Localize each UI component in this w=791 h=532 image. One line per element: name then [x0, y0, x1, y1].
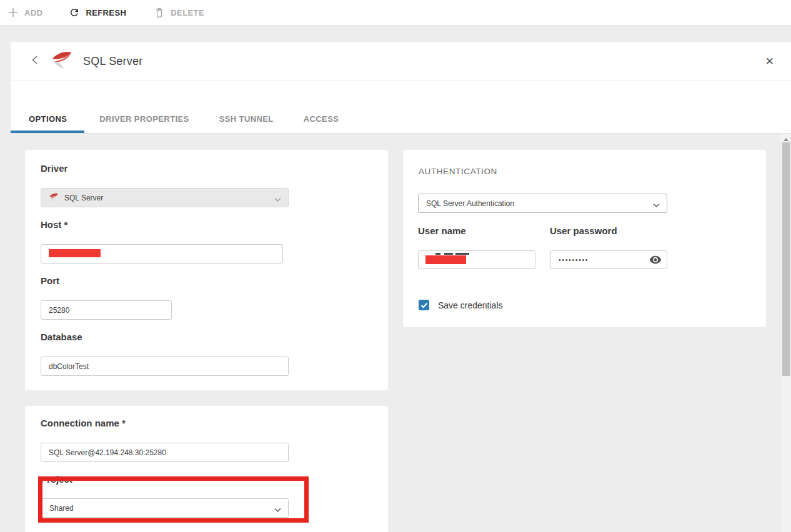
host-redaction-overlay [49, 249, 101, 257]
host-label: Host * [41, 219, 67, 230]
tab-access[interactable]: ACCESS [289, 104, 354, 133]
chevron-down-icon [274, 195, 281, 204]
connection-dialog-page: ADD REFRESH DELETE [0, 0, 791, 532]
save-credentials-label: Save credentials [438, 300, 503, 310]
sql-server-logo-icon [51, 49, 73, 73]
auth-method-value: SQL Server Authentication [426, 199, 514, 208]
authentication-card: AUTHENTICATION SQL Server Authentication… [403, 150, 766, 327]
scrollbar-thumb[interactable] [782, 142, 790, 376]
plus-icon [7, 7, 19, 18]
tab-bar: OPTIONS DRIVER PROPERTIES SSH TUNNEL ACC… [11, 81, 791, 134]
tab-options[interactable]: OPTIONS [11, 104, 84, 133]
project-label: Project [41, 474, 72, 485]
port-input[interactable] [41, 300, 172, 320]
connection-name-label: Connection name * [41, 418, 126, 428]
tab-ssh-tunnel-label: SSH TUNNEL [219, 114, 274, 124]
chevron-down-icon [653, 201, 660, 210]
tab-options-label: OPTIONS [29, 114, 67, 124]
tab-ssh-tunnel[interactable]: SSH TUNNEL [204, 104, 289, 133]
connection-name-input[interactable] [41, 443, 289, 462]
tab-access-label: ACCESS [304, 114, 339, 124]
connection-dialog: SQL Server ✕ OPTIONS DRIVER PROPERTIES S… [11, 42, 791, 532]
dialog-title: SQL Server [83, 55, 142, 68]
password-field-wrap [550, 250, 667, 269]
save-credentials-checkbox[interactable] [419, 300, 429, 310]
refresh-button[interactable]: REFRESH [69, 7, 126, 18]
add-button[interactable]: ADD [7, 7, 42, 18]
tab-driver-properties-label: DRIVER PROPERTIES [99, 114, 189, 124]
general-settings-card: Connection name * Project Shared [25, 406, 388, 532]
refresh-label: REFRESH [86, 9, 126, 17]
checkmark-icon [420, 300, 428, 311]
scrollbar-up-arrow-icon[interactable] [784, 138, 789, 141]
close-icon[interactable]: ✕ [765, 56, 774, 67]
username-label: User name [418, 225, 466, 236]
username-redaction-overlay [425, 255, 466, 264]
chevron-down-icon [274, 506, 281, 515]
delete-label: DELETE [171, 9, 204, 17]
database-input[interactable] [41, 357, 289, 376]
dialog-content: Driver SQL Server Host * [11, 134, 791, 532]
add-label: ADD [24, 9, 42, 17]
authentication-section-title: AUTHENTICATION [419, 167, 497, 176]
back-button[interactable] [28, 54, 42, 68]
vertical-scrollbar[interactable] [781, 134, 791, 532]
tab-driver-properties[interactable]: DRIVER PROPERTIES [84, 104, 204, 133]
refresh-icon [69, 7, 80, 18]
save-credentials-row[interactable]: Save credentials [419, 300, 503, 310]
port-label: Port [41, 275, 59, 286]
project-select[interactable]: Shared [41, 498, 289, 518]
delete-button[interactable]: DELETE [154, 7, 204, 18]
driver-select[interactable]: SQL Server [41, 188, 289, 207]
sql-server-driver-icon [49, 192, 59, 204]
project-select-value: Shared [49, 504, 74, 513]
database-label: Database [41, 332, 82, 342]
driver-select-value: SQL Server [64, 194, 103, 202]
main-settings-card: Driver SQL Server Host * [25, 150, 388, 390]
auth-method-select[interactable]: SQL Server Authentication [418, 194, 667, 213]
dialog-header: SQL Server ✕ [11, 42, 791, 81]
password-label: User password [550, 225, 617, 236]
trash-icon [154, 7, 165, 18]
top-toolbar: ADD REFRESH DELETE [0, 0, 791, 26]
chevron-left-icon [31, 55, 39, 67]
driver-label: Driver [41, 163, 67, 174]
eye-icon[interactable] [649, 254, 662, 268]
